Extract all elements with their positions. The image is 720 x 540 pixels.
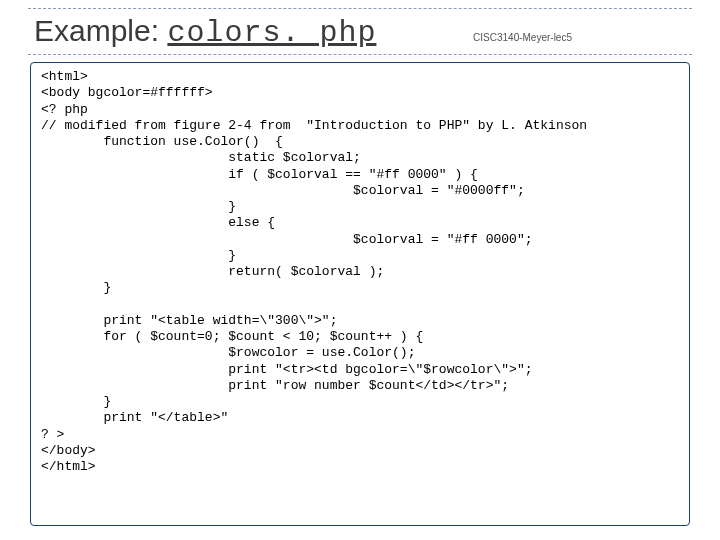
code-line: return( $colorval ); [41,264,384,279]
code-block: <html> <body bgcolor=#ffffff> <? php // … [30,62,690,526]
course-tag: CISC3140-Meyer-lec5 [473,32,572,43]
code-line: <html> [41,69,88,84]
code-line: // modified from figure 2-4 from "Introd… [41,118,587,133]
code-line: ? > [41,427,64,442]
code-line: } [41,280,111,295]
code-line: </html> [41,459,96,474]
code-line: </body> [41,443,96,458]
code-line: print "<tr><td bgcolor=\"$rowcolor\">"; [41,362,532,377]
top-divider [28,8,692,9]
code-line: function use.Color() { [41,134,283,149]
code-line: print "row number $count</td></tr>"; [41,378,509,393]
slide-title: Example: colors. php [34,14,376,50]
code-line: else { [41,215,275,230]
header-divider [28,54,692,55]
code-line: for ( $count=0; $count < 10; $count++ ) … [41,329,423,344]
code-line: } [41,199,236,214]
code-line: if ( $colorval == "#ff 0000" ) { [41,167,478,182]
code-line: } [41,394,111,409]
title-prefix: Example: [34,14,167,47]
code-line: $colorval = "#ff 0000"; [41,232,532,247]
code-line: print "<table width=\"300\">"; [41,313,337,328]
slide-header: Example: colors. php CISC3140-Meyer-lec5 [34,14,692,50]
code-line: } [41,248,236,263]
code-line: <? php [41,102,88,117]
code-line: $colorval = "#0000ff"; [41,183,525,198]
code-line: static $colorval; [41,150,361,165]
code-line: <body bgcolor=#ffffff> [41,85,213,100]
code-line: print "</table>" [41,410,228,425]
code-line: $rowcolor = use.Color(); [41,345,415,360]
title-filename: colors. php [167,16,376,50]
